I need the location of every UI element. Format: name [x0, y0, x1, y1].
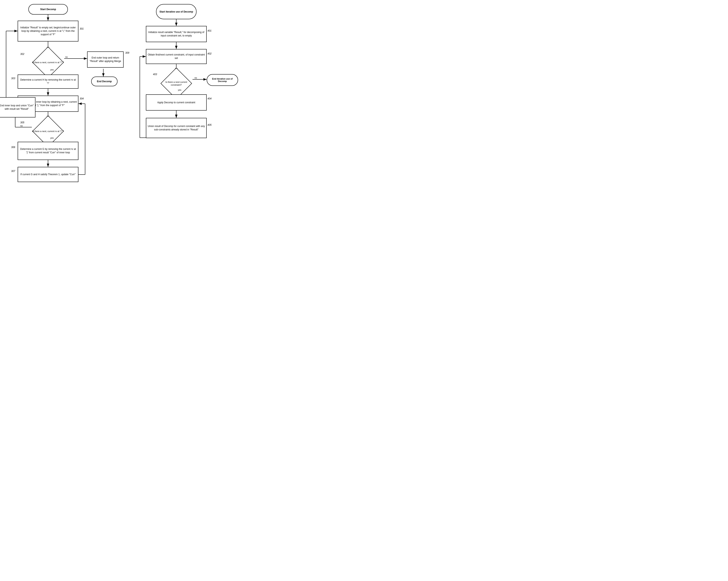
ref-309: 309 [125, 51, 129, 54]
node-402: Obtain first/next current constraint, of… [146, 49, 207, 64]
ref-405: 405 [207, 123, 211, 127]
node-402-text: Obtain first/next current constraint, of… [148, 53, 205, 60]
node-308-text: End inner loop and union "Curr" with res… [0, 104, 34, 111]
node-405-text: Union result of Decomp for current const… [148, 124, 205, 132]
node-404: Apply Decomp to current constraint [146, 94, 207, 111]
start-decomp-node: Start Decomp [28, 4, 68, 15]
node-306-text: Determine a current G by removing the cu… [19, 147, 77, 154]
ref-307: 307 [11, 170, 15, 172]
node-309: End outer loop and return "Result" after… [87, 51, 124, 67]
end-iterative-label: End iterative use of Decomp [210, 78, 235, 82]
ref-401: 401 [207, 29, 211, 32]
node-405: Union result of Decomp for current const… [146, 118, 207, 138]
ref-305: 305 [20, 121, 24, 124]
node-302: Is there a next, current rv at "i" ? [32, 50, 64, 75]
node-401: Initialize result variable "Result," for… [146, 26, 207, 42]
node-307: If current G and H satisfy Theorem 1, up… [18, 167, 78, 182]
ref-301: 301 [80, 27, 84, 30]
ref-304: 304 [80, 97, 84, 100]
node-309-text: End outer loop and return "Result" after… [89, 56, 122, 63]
end-decomp-label: End Decomp [97, 80, 112, 83]
node-307-text: If current G and H satisfy Theorem 1, up… [21, 173, 76, 176]
arrow-no-305: no [20, 124, 23, 127]
start-decomp-label: Start Decomp [40, 8, 56, 11]
ref-402: 402 [207, 52, 211, 55]
end-iterative-node: End iterative use of Decomp [207, 74, 238, 86]
start-iterative-label: Start iterative use of Decomp [159, 10, 193, 13]
ref-302: 302 [20, 53, 24, 55]
node-403: Is there a next current constraint? [160, 71, 192, 95]
node-303: Determine a current H by removing the cu… [18, 75, 78, 89]
arrow-yes-305: yes [50, 137, 54, 139]
node-403-text: Is there a next current constraint? [160, 81, 192, 86]
node-303-text: Determine a current H by removing the cu… [19, 78, 77, 85]
ref-306: 306 [11, 146, 15, 149]
node-306: Determine a current G by removing the cu… [18, 142, 78, 160]
diagram-container: Start Decomp Initialize "Result" to empt… [0, 0, 243, 198]
ref-404: 404 [207, 97, 211, 100]
node-301: Initialize "Result" to empty set; begin/… [18, 21, 78, 42]
node-305-text: Is there a next, current rv at "j" ? [32, 130, 64, 133]
end-decomp-node: End Decomp [91, 77, 118, 86]
node-401-text: Initialize result variable "Result," for… [148, 31, 205, 37]
node-404-text: Apply Decomp to current constraint [157, 101, 195, 104]
ref-403: 403 [153, 73, 157, 76]
start-iterative-node: Start iterative use of Decomp [156, 4, 197, 19]
ref-303: 303 [11, 77, 15, 80]
node-308: End inner loop and union "Curr" with res… [0, 97, 35, 117]
arrow-yes-403: yes [178, 89, 181, 91]
node-305: Is there a next, current rv at "j" ? [32, 119, 64, 143]
node-301-text: Initialize "Result" to empty set; begin/… [19, 26, 77, 36]
node-302-text: Is there a next, current rv at "i" ? [32, 61, 64, 64]
arrow-no-302: no [65, 56, 68, 58]
arrow-yes-302: yes [50, 68, 54, 71]
arrow-no-403: no [194, 77, 197, 79]
